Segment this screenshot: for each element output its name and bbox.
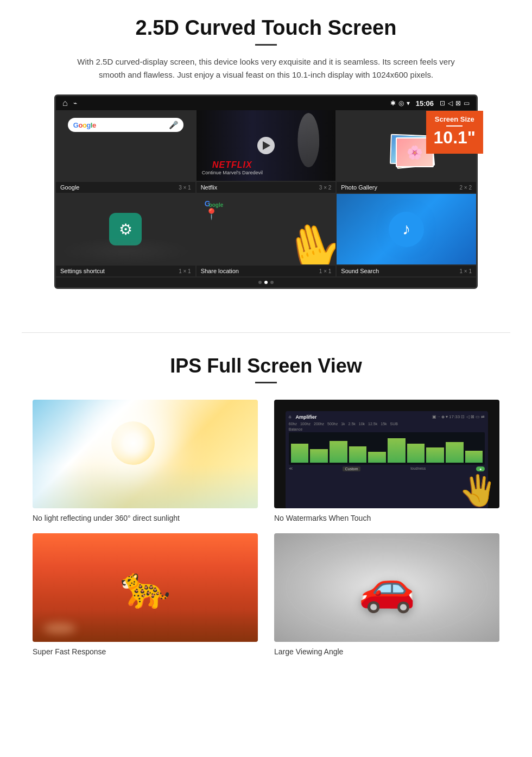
settings-cell[interactable]: ⚙ [56,194,195,264]
share-label-size: 1 × 1 [319,268,332,274]
netflix-label-name: Netflix [201,184,218,191]
sun-glow [111,421,155,465]
device-mockup: Screen Size 10.1" ⌂ ⌁ ✱ ◎ ▾ 15:06 ⊡ ◁ ⊠ … [54,94,478,289]
google-logo: Google [73,121,96,129]
google-label-name: Google [60,184,79,191]
app-grid-row2: ⚙ G oogle 📍 [56,194,476,264]
wifi-icon: ▾ [407,99,410,107]
section-curved-screen: 2.5D Curved Touch Screen With 2.5D curve… [0,0,532,300]
section-ips: IPS Full Screen View No light reflecting… [0,349,532,672]
amp-home-icon: ⌂ [289,414,292,419]
close-icon: ⊠ [455,99,461,107]
google-label: Google 3 × 1 [56,182,195,193]
amp-screen: ⌂ Amplifier ▣ ·· ◈ ▾ 17:33 ⊡ ◁ ⊠ ▭ ⇄ 60h… [286,411,489,508]
dot-1 [258,281,262,284]
sunlight-label: No light reflecting under 360° direct su… [33,514,258,522]
play-triangle-icon [263,141,270,150]
badge-size: 10.1" [434,129,476,146]
gear-icon: ⚙ [119,220,132,238]
app-labels-row2: Settings shortcut 1 × 1 Share location 1… [56,264,476,277]
netflix-label: Netflix 3 × 2 [197,182,336,193]
amp-eq-bars [289,432,485,465]
dot-2-active [264,281,268,284]
google-cell[interactable]: Google 🎤 [56,110,195,181]
dust-cloud [43,623,76,634]
netflix-overlay: NETFLIX Continue Marvel's Daredevil [202,160,263,175]
status-icons: ✱ ◎ ▾ 15:06 ⊡ ◁ ⊠ ▭ [390,99,470,108]
amp-bar-3 [330,441,347,463]
volume-icon: ◁ [448,99,453,107]
amp-bar-10 [465,451,483,463]
play-button[interactable] [257,137,275,154]
amp-title-text: Amplifier [296,414,317,420]
sound-label: Sound Search 1 × 1 [337,266,476,276]
share-cell[interactable]: G oogle 📍 🤚 [197,194,336,264]
netflix-cell[interactable]: NETFLIX Continue Marvel's Daredevil [197,110,336,181]
amp-bar-1 [291,444,309,463]
amp-bar-6 [388,438,406,463]
settings-label: Settings shortcut 1 × 1 [56,266,195,276]
netflix-subtitle: Continue Marvel's Daredevil [202,170,263,175]
hand-pointer-icon: 🤚 [277,214,336,264]
custom-button[interactable]: Custom [343,466,360,471]
badge-underline [446,125,463,127]
window-icon: ▭ [464,99,470,107]
google-search-bar[interactable]: Google 🎤 [68,118,183,132]
usb-icon: ⌁ [73,99,77,107]
car-label: Large Viewing Angle [274,647,499,656]
screen-size-badge: Screen Size 10.1" [426,111,483,154]
app-grid-row1: Google 🎤 [56,110,476,181]
badge-label: Screen Size [435,115,474,123]
amp-freq-labels: 60hz100hz200hz500hz1k2.5k10k12.5k15kSUB [289,422,485,426]
music-note-icon: ♪ [402,220,410,238]
feature-grid: No light reflecting under 360° direct su… [33,400,499,656]
time-display: 15:06 [416,99,434,108]
amp-controls: Balance [289,427,485,431]
amp-bar-7 [407,444,425,463]
sound-cell[interactable]: ♪ [337,194,476,264]
feature-car-img: 🚗 [274,533,499,642]
feature-car: 🚗 Large Viewing Angle [274,533,499,656]
feature-sunlight: No light reflecting under 360° direct su… [33,400,258,522]
feature-sunlight-img [33,400,258,508]
amp-bar-8 [426,447,444,463]
netflix-label-size: 3 × 2 [319,185,332,191]
title-underline [255,44,277,46]
amp-bar-9 [446,442,464,463]
google-mic-icon[interactable]: 🎤 [169,121,178,129]
google-label-size: 3 × 1 [179,185,191,191]
amp-hand-icon: 🖐 [459,473,497,508]
settings-label-name: Settings shortcut [60,268,105,274]
amp-bottom-controls: ≪ Custom loudness ● [289,466,485,471]
section-divider [22,332,510,333]
music-icon-circle: ♪ [389,212,424,247]
share-label: Share location 1 × 1 [197,266,336,276]
feature-cheetah-img: 🐆 [33,533,258,642]
amp-header: ⌂ Amplifier ▣ ·· ◈ ▾ 17:33 ⊡ ◁ ⊠ ▭ ⇄ [289,414,485,420]
home-icon: ⌂ [62,98,68,108]
loudness-toggle[interactable]: ● [476,466,485,471]
bluetooth-icon: ✱ [390,99,396,107]
app-labels-row1: Google 3 × 1 Netflix 3 × 2 Photo Gallery… [56,181,476,194]
sound-label-name: Sound Search [341,268,379,274]
amp-bar-2 [310,449,328,463]
sound-label-size: 1 × 1 [459,268,472,274]
status-bar: ⌂ ⌁ ✱ ◎ ▾ 15:06 ⊡ ◁ ⊠ ▭ [56,96,476,110]
share-label-name: Share location [201,268,239,274]
feature-cheetah: 🐆 Super Fast Response [33,533,258,656]
camera-icon: ⊡ [440,99,445,107]
amplifier-label: No Watermarks When Touch [274,514,499,522]
section1-title: 2.5D Curved Touch Screen [33,16,499,40]
cheetah-label: Super Fast Response [33,647,258,656]
location-icon: ◎ [398,99,404,107]
amp-bar-5 [368,452,386,463]
device-screen: ⌂ ⌁ ✱ ◎ ▾ 15:06 ⊡ ◁ ⊠ ▭ [54,94,478,289]
settings-label-size: 1 × 1 [179,268,191,274]
pagination-dots [56,277,476,287]
amp-bar-4 [349,446,367,463]
feature-amplifier: ⌂ Amplifier ▣ ·· ◈ ▾ 17:33 ⊡ ◁ ⊠ ▭ ⇄ 60h… [274,400,499,522]
cheetah-icon: 🐆 [120,564,171,611]
dot-3 [270,281,274,284]
maps-icon: G oogle 📍 [205,199,232,226]
feature-amplifier-img: ⌂ Amplifier ▣ ·· ◈ ▾ 17:33 ⊡ ◁ ⊠ ▭ ⇄ 60h… [274,400,499,508]
